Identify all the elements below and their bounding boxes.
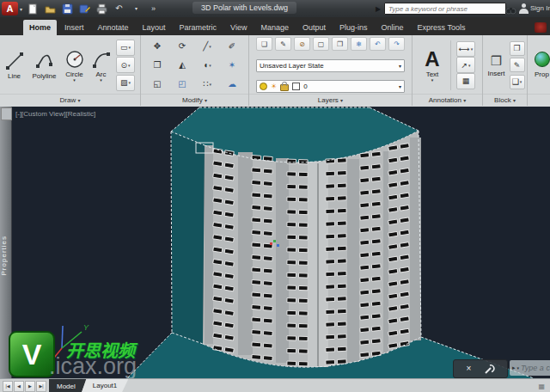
fillet-button[interactable]: ◖▾ xyxy=(195,56,219,74)
table-button[interactable]: ▦ xyxy=(456,73,475,89)
manage-attributes-button[interactable]: ❑▾ xyxy=(510,75,525,89)
next-layout-button[interactable]: ▶ xyxy=(25,381,35,392)
tab-layout[interactable]: Layout xyxy=(137,20,172,35)
layer-dropdown[interactable]: ☀ 0 ▾ xyxy=(256,80,405,93)
tab-annotate[interactable]: Annotate xyxy=(92,20,135,35)
layer-color-swatch[interactable] xyxy=(292,83,300,90)
line-button[interactable]: Line xyxy=(0,39,28,92)
palette-grip[interactable] xyxy=(1,107,12,120)
layer-state-dropdown[interactable]: Unsaved Layer State ▾ xyxy=(256,59,405,72)
circle-button[interactable]: Circle ▾ xyxy=(60,39,89,92)
panel-properties: Prop xyxy=(528,35,550,106)
tab-online[interactable]: Online xyxy=(376,20,410,35)
panel-modify-label[interactable]: Modify ▾ xyxy=(141,94,248,106)
first-layout-button[interactable]: |◀ xyxy=(3,381,13,392)
scale-button[interactable]: ◰ xyxy=(170,75,194,93)
tab-model[interactable]: Model xyxy=(49,379,87,392)
layer-freeze-sun-icon[interactable]: ☀ xyxy=(271,83,277,90)
save-as-icon[interactable] xyxy=(78,3,91,15)
command-input[interactable]: Type a command xyxy=(521,364,550,372)
polyline-button[interactable]: Polyline xyxy=(28,39,60,92)
tab-parametric[interactable]: Parametric xyxy=(174,20,223,35)
insert-button[interactable]: ❒ Insert xyxy=(486,39,508,92)
layer-previous-button[interactable]: ↶ xyxy=(370,37,386,51)
plot-icon[interactable] xyxy=(95,3,108,15)
layer-match-button[interactable]: ✎ xyxy=(275,37,291,51)
panel-block: ❒ Insert ❐ ✎ ❑▾ Block ▾ xyxy=(483,35,528,106)
layer-states-button[interactable]: ↷ xyxy=(388,37,405,51)
properties-globe-icon[interactable] xyxy=(535,52,550,67)
rotate-button[interactable]: ⟳ xyxy=(170,37,194,55)
circle-flyout-caret-icon[interactable]: ▾ xyxy=(73,78,76,82)
application-window: A ▾ ↶ ▾ » 3D Polar with Levels.dwg ▶ xyxy=(0,0,550,392)
close-icon[interactable]: × xyxy=(466,364,471,373)
arc-button[interactable]: Arc ▾ xyxy=(89,39,113,92)
panel-draw: Line Polyline Circle ▾ Arc ▾ ▭▾ xyxy=(0,35,141,106)
infocenter-red-button[interactable] xyxy=(535,22,547,33)
document-title: 3D Polar with Levels.dwg xyxy=(192,2,296,14)
panel-annotation-label[interactable]: Annotation ▾ xyxy=(412,94,482,106)
panel-layers-label[interactable]: Layers ▾ xyxy=(249,94,412,106)
qat-dropdown-caret-icon[interactable]: ▾ xyxy=(130,3,143,15)
prev-layout-button[interactable]: ◀ xyxy=(14,381,24,392)
building-side-face[interactable] xyxy=(171,132,205,344)
ribbon-tab-bar: Home Insert Annotate Layout Parametric V… xyxy=(0,17,550,35)
ellipse-button[interactable]: ⊙▾ xyxy=(116,57,135,73)
insert-block-icon: ❒ xyxy=(491,53,502,69)
explode-button[interactable]: ✶ xyxy=(220,56,244,74)
trim-button[interactable]: ╱▾ xyxy=(195,37,219,55)
dimension-button[interactable]: ⟷▾ xyxy=(456,41,475,58)
keyboard-icon[interactable]: ▦ xyxy=(538,383,545,390)
new-icon[interactable] xyxy=(27,3,40,15)
stretch-button[interactable]: ◱ xyxy=(145,75,169,93)
panel-draw-label[interactable]: Draw ▾ xyxy=(0,94,140,106)
open-icon[interactable] xyxy=(44,3,57,15)
layer-on-bulb-icon[interactable] xyxy=(260,83,267,90)
hatch-button[interactable]: ▨▾ xyxy=(116,75,135,91)
search-arrow-icon[interactable]: ▶ xyxy=(376,5,381,13)
command-arrow-icon[interactable]: ▸ xyxy=(512,364,516,371)
user-icon[interactable] xyxy=(519,3,528,14)
move-button[interactable]: ✥ xyxy=(145,37,169,55)
erase-button[interactable]: ✐ xyxy=(220,37,244,55)
undo-icon[interactable]: ↶ xyxy=(113,3,125,15)
arc-flyout-caret-icon[interactable]: ▾ xyxy=(100,78,102,82)
layer-freeze-button[interactable]: ❄ xyxy=(351,37,367,51)
explode-icon: ✶ xyxy=(229,60,235,70)
array-button[interactable]: ∷▾ xyxy=(195,75,219,93)
layer-lock-icon[interactable] xyxy=(280,84,289,91)
qat-overflow-icon[interactable]: » xyxy=(147,3,160,15)
wrench-icon[interactable] xyxy=(484,364,495,375)
search-input[interactable] xyxy=(384,3,506,15)
tab-plugins[interactable]: Plug-ins xyxy=(333,20,374,35)
tab-insert[interactable]: Insert xyxy=(58,20,90,35)
tab-view[interactable]: View xyxy=(224,20,253,35)
save-icon[interactable] xyxy=(61,3,74,15)
app-menu-caret-icon[interactable]: ▾ xyxy=(20,6,22,12)
tab-output[interactable]: Output xyxy=(296,20,332,35)
viewport-controls[interactable]: [-][Custom View][Realistic] xyxy=(15,110,95,118)
mirror-button[interactable]: ◭ xyxy=(170,56,194,74)
drawing-canvas[interactable]: Y Properties [-][Custom View][Realistic]… xyxy=(0,107,550,378)
last-layout-button[interactable]: ▶| xyxy=(36,381,46,392)
quick-access-toolbar: ↶ ▾ » xyxy=(27,3,160,15)
copy-button[interactable]: ❐ xyxy=(145,56,169,74)
leader-button[interactable]: ↗▾ xyxy=(456,57,475,73)
autocad-logo-icon[interactable]: A xyxy=(2,2,18,15)
layer-isolate-button[interactable]: ▢ xyxy=(313,37,329,51)
tab-layout1[interactable]: Layout1 xyxy=(82,379,128,392)
layer-off-button[interactable]: ⊘ xyxy=(294,37,310,51)
text-button[interactable]: A Text ▾ xyxy=(419,39,445,92)
create-block-button[interactable]: ❐ xyxy=(510,41,525,56)
layer-properties-button[interactable]: ❏ xyxy=(256,37,272,51)
sign-in-button[interactable]: Sign In xyxy=(530,4,550,12)
rectangle-button[interactable]: ▭▾ xyxy=(116,40,135,56)
layer-unisolate-button[interactable]: ❐ xyxy=(332,37,348,51)
tab-manage[interactable]: Manage xyxy=(254,20,295,35)
revision-cloud-button[interactable]: ☁ xyxy=(220,75,244,93)
chevron-down-icon[interactable]: ▾ xyxy=(517,365,520,371)
tab-express-tools[interactable]: Express Tools xyxy=(412,20,472,35)
edit-attribute-button[interactable]: ✎ xyxy=(510,58,525,72)
panel-block-label[interactable]: Block ▾ xyxy=(483,94,527,106)
tab-home[interactable]: Home xyxy=(23,20,57,35)
